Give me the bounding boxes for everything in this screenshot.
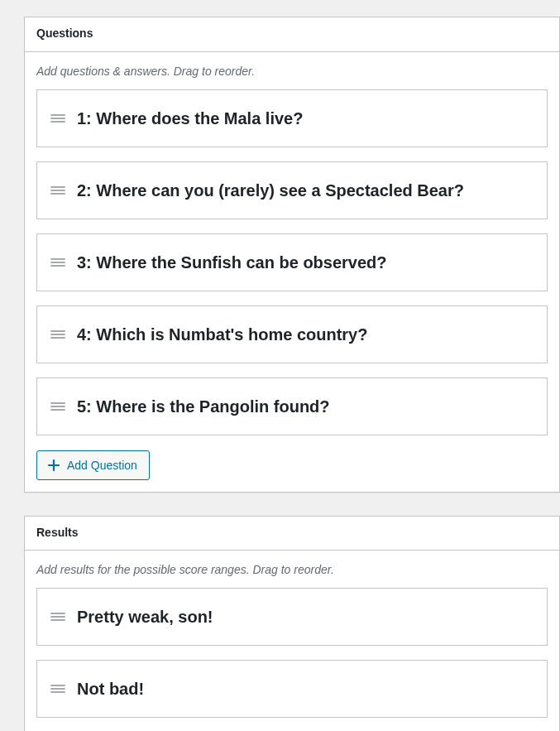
question-title: 3: Where the Sunfish can be observed? <box>77 252 387 273</box>
plus-icon <box>47 459 60 472</box>
result-row[interactable]: Not bad! <box>36 660 548 718</box>
question-row[interactable]: 3: Where the Sunfish can be observed? <box>36 233 548 291</box>
add-question-label: Add Question <box>67 459 137 471</box>
drag-handle-icon[interactable] <box>50 111 65 126</box>
question-title: 5: Where is the Pangolin found? <box>77 396 330 417</box>
result-title: Pretty weak, son! <box>77 606 213 628</box>
question-row[interactable]: 1: Where does the Mala live? <box>36 89 548 147</box>
drag-handle-icon[interactable] <box>50 609 65 624</box>
drag-handle-icon[interactable] <box>50 255 65 270</box>
question-row[interactable]: 4: Which is Numbat's home country? <box>36 305 548 363</box>
results-panel: Results Add results for the possible sco… <box>24 516 560 731</box>
results-panel-header: Results <box>25 517 559 551</box>
results-hint: Add results for the possible score range… <box>36 563 548 576</box>
question-title: 1: Where does the Mala live? <box>77 108 303 129</box>
results-panel-body: Add results for the possible score range… <box>25 551 559 731</box>
question-row[interactable]: 5: Where is the Pangolin found? <box>36 378 548 435</box>
questions-panel: Questions Add questions & answers. Drag … <box>24 17 560 493</box>
result-row[interactable]: Pretty weak, son! <box>36 588 548 646</box>
question-title: 4: Which is Numbat's home country? <box>77 324 367 345</box>
drag-handle-icon[interactable] <box>50 183 65 198</box>
results-panel-title: Results <box>36 525 548 541</box>
drag-handle-icon[interactable] <box>50 327 65 342</box>
questions-panel-body: Add questions & answers. Drag to reorder… <box>25 52 559 492</box>
add-question-button[interactable]: Add Question <box>36 450 150 480</box>
questions-panel-title: Questions <box>36 26 548 42</box>
questions-hint: Add questions & answers. Drag to reorder… <box>36 65 548 78</box>
result-title: Not bad! <box>77 678 144 700</box>
question-row[interactable]: 2: Where can you (rarely) see a Spectacl… <box>36 161 548 219</box>
drag-handle-icon[interactable] <box>50 399 65 414</box>
questions-panel-header: Questions <box>25 17 559 52</box>
question-title: 2: Where can you (rarely) see a Spectacl… <box>77 180 464 201</box>
drag-handle-icon[interactable] <box>50 681 65 696</box>
